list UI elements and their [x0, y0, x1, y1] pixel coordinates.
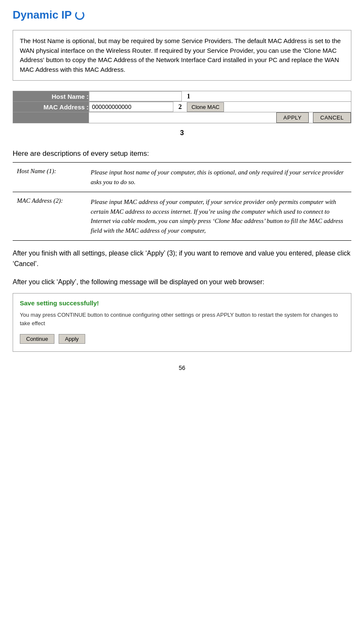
button-row: APPLY CANCEL: [13, 112, 351, 123]
cancel-button[interactable]: CANCEL: [313, 112, 351, 123]
host-name-row: Host Name : 1: [13, 91, 351, 102]
desc-row-1: Host Name (1): Please input host name of…: [13, 163, 351, 192]
host-name-input-cell: 1: [89, 91, 351, 102]
desc-def-2: Please input MAC address of your compute…: [86, 192, 351, 241]
step-number-3: 3: [13, 128, 351, 141]
host-name-number: 1: [187, 92, 190, 100]
mac-address-row: MAC Address : 2 Clone MAC: [13, 102, 351, 112]
mac-address-label: MAC Address :: [13, 102, 89, 112]
after-apply-text-1: After you finish with all settings, plea…: [13, 248, 351, 269]
desc-row-2: MAC Address (2): Please input MAC addres…: [13, 192, 351, 241]
form-table: Host Name : 1 MAC Address : 2 Clone MAC …: [13, 91, 351, 123]
title-text: Dynamic IP: [13, 8, 72, 22]
button-row-cell: APPLY CANCEL: [89, 112, 351, 123]
host-name-label: Host Name :: [13, 91, 89, 102]
apply-button[interactable]: APPLY: [276, 112, 309, 123]
mac-address-input[interactable]: [89, 102, 173, 112]
description-text: The Host Name is optional, but may be re…: [20, 37, 341, 73]
refresh-icon: [75, 11, 84, 20]
description-box: The Host Name is optional, but may be re…: [13, 30, 351, 81]
descriptions-table: Host Name (1): Please input host name of…: [13, 162, 351, 241]
after-apply-text-2: After you click ‘Apply’, the following m…: [13, 277, 351, 288]
success-buttons: Continue Apply: [20, 334, 344, 344]
page-number: 56: [13, 364, 351, 371]
success-message: You may press CONTINUE button to continu…: [20, 311, 344, 327]
section-heading: Here are descriptions of every setup ite…: [13, 149, 351, 158]
clone-mac-button[interactable]: Clone MAC: [187, 102, 224, 112]
success-box: Save setting successfully! You may press…: [13, 293, 351, 352]
mac-address-number: 2: [178, 103, 182, 110]
success-title: Save setting successfully!: [20, 299, 344, 307]
mac-address-input-cell: 2 Clone MAC: [89, 102, 351, 112]
page-title: Dynamic IP: [13, 8, 351, 22]
desc-def-1: Please input host name of your computer,…: [86, 163, 351, 192]
host-name-input[interactable]: [89, 91, 182, 101]
continue-button[interactable]: Continue: [20, 334, 54, 344]
desc-term-1: Host Name (1):: [13, 163, 86, 192]
desc-term-2: MAC Address (2):: [13, 192, 86, 241]
button-row-empty: [13, 112, 89, 123]
apply-small-button[interactable]: Apply: [59, 334, 85, 344]
